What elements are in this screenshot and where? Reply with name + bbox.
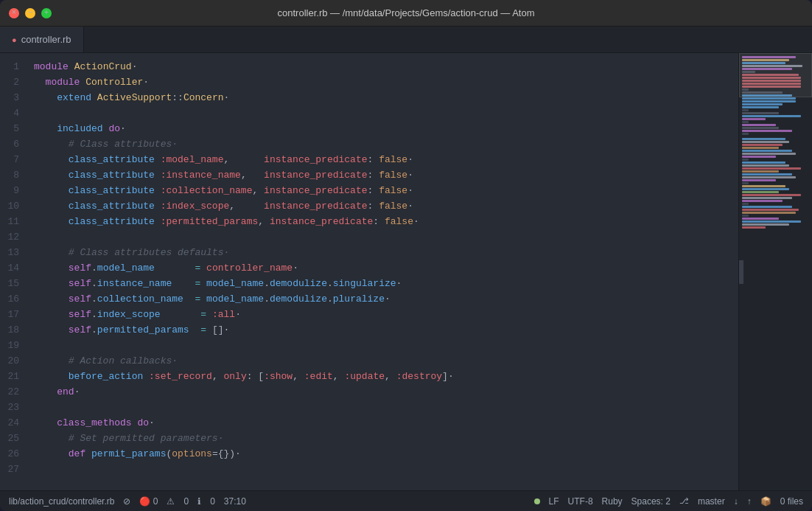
minimize-button[interactable]: − [25, 8, 35, 18]
tab-controller-rb[interactable]: ● controller.rb [0, 26, 84, 52]
encoding-label[interactable]: UTF-8 [568, 496, 593, 507]
branch-label: master [698, 496, 725, 507]
window-controls: × − + [9, 8, 52, 18]
status-bar: lib/action_crud/controller.rb ⊘ 🔴 0 ⚠ 0 … [0, 490, 812, 511]
arrow-up-icon[interactable]: ↑ [747, 496, 752, 507]
minimap-collapse-button[interactable]: › [738, 260, 743, 284]
line-ending-label[interactable]: LF [549, 496, 559, 507]
connection-indicator [534, 498, 540, 504]
minimap-content [739, 53, 812, 232]
warning-count: 0 [183, 496, 189, 507]
warning-icon: ⚠ [167, 496, 175, 507]
spaces-label[interactable]: Spaces: 2 [631, 496, 671, 507]
maximize-button[interactable]: + [41, 8, 52, 18]
filepath-label: lib/action_crud/controller.rb [9, 496, 114, 507]
info-icon: ℹ [197, 496, 201, 507]
arrow-down-icon[interactable]: ↓ [734, 496, 738, 507]
files-count: 0 files [780, 496, 803, 507]
status-right: LF UTF-8 Ruby Spaces: 2 ⎇ master ↓ ↑ 📦 0… [534, 496, 803, 507]
close-icon: × [12, 9, 16, 17]
code-lines[interactable]: module ActionCrud· module Controller· ex… [28, 53, 738, 490]
status-left: lib/action_crud/controller.rb ⊘ 🔴 0 ⚠ 0 … [9, 496, 522, 507]
language-label[interactable]: Ruby [602, 496, 623, 507]
minimize-icon: − [28, 9, 32, 17]
code-scroll-area[interactable]: 1 2 3 4 5 6 7 8 9 10 11 12 13 14 15 16 1… [0, 53, 738, 490]
error-count: 🔴 0 [139, 496, 158, 507]
tab-label: controller.rb [21, 34, 71, 45]
cursor-position: 37:10 [224, 496, 246, 507]
main-content: 1 2 3 4 5 6 7 8 9 10 11 12 13 14 15 16 1… [0, 53, 812, 490]
status-separator-1: ⊘ [123, 496, 130, 507]
minimap[interactable]: › [738, 53, 812, 490]
titlebar: × − + controller.rb — /mnt/data/Projects… [0, 0, 812, 27]
tab-bar: ● controller.rb [0, 27, 812, 53]
info-count: 0 [210, 496, 215, 507]
package-icon: 📦 [760, 496, 771, 507]
ruby-file-icon: ● [12, 35, 17, 44]
git-icon: ⎇ [679, 496, 689, 506]
line-numbers: 1 2 3 4 5 6 7 8 9 10 11 12 13 14 15 16 1… [0, 53, 28, 490]
close-button[interactable]: × [9, 8, 19, 18]
maximize-icon: + [44, 9, 49, 17]
code-editor[interactable]: 1 2 3 4 5 6 7 8 9 10 11 12 13 14 15 16 1… [0, 53, 738, 490]
window-title: controller.rb — /mnt/data/Projects/Gems/… [278, 7, 535, 18]
